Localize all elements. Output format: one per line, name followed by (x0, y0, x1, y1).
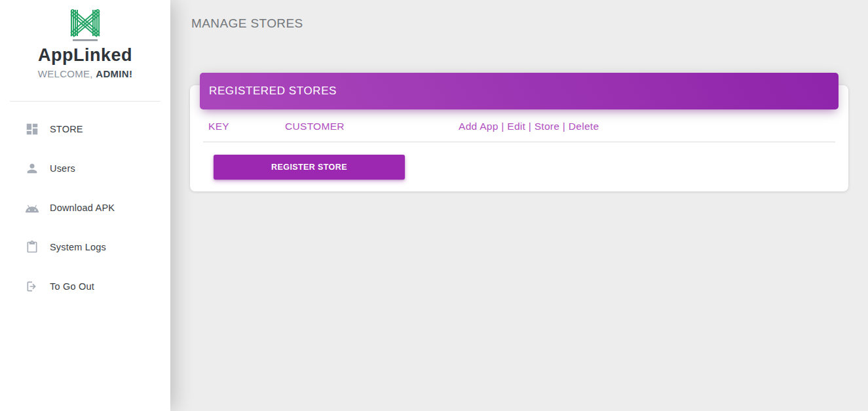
android-icon (24, 200, 40, 216)
table-divider (203, 142, 835, 142)
clipboard-icon (24, 239, 40, 255)
card-body: KEY CUSTOMER Add App | Edit | Store | De… (190, 109, 848, 191)
logout-icon (24, 279, 40, 294)
sidebar-divider (10, 101, 160, 102)
sidebar-item-users[interactable]: Users (0, 149, 170, 188)
column-header-customer: CUSTOMER (285, 121, 459, 132)
sidebar-menu: STORE Users Download APK System Logs To (0, 109, 170, 306)
sidebar-item-download-apk[interactable]: Download APK (0, 188, 170, 227)
dashboard-icon (24, 121, 40, 137)
brand-name: AppLinked (0, 46, 170, 66)
welcome-text: WELCOME, ADMIN! (0, 68, 170, 79)
sidebar-item-label: To Go Out (50, 281, 94, 292)
welcome-prefix: WELCOME, (38, 68, 96, 79)
person-icon (24, 161, 40, 176)
registered-stores-card: REGISTERED STORES KEY CUSTOMER Add App |… (190, 85, 848, 191)
sidebar-item-system-logs[interactable]: System Logs (0, 227, 170, 267)
card-header: REGISTERED STORES (200, 73, 839, 109)
column-header-key: KEY (208, 121, 285, 132)
main-content: MANAGE STORES REGISTERED STORES KEY CUST… (170, 0, 868, 411)
sidebar: AppLinked WELCOME, ADMIN! STORE Users Do… (0, 0, 170, 411)
sidebar-item-label: Download APK (50, 203, 115, 213)
sidebar-item-logout[interactable]: To Go Out (0, 267, 170, 306)
page-title: MANAGE STORES (191, 16, 868, 31)
welcome-user: ADMIN! (96, 68, 132, 79)
logo-block: AppLinked WELCOME, ADMIN! (0, 0, 170, 79)
sidebar-item-label: System Logs (50, 242, 106, 252)
sidebar-item-store[interactable]: STORE (0, 109, 170, 149)
sidebar-item-label: Users (50, 163, 75, 174)
column-header-actions[interactable]: Add App | Edit | Store | Delete (459, 121, 835, 132)
applinked-logo-icon (69, 9, 101, 45)
register-store-button[interactable]: REGISTER STORE (214, 155, 405, 180)
sidebar-item-label: STORE (50, 124, 83, 134)
table-header-row: KEY CUSTOMER Add App | Edit | Store | De… (203, 109, 835, 133)
card-title: REGISTERED STORES (209, 85, 337, 98)
